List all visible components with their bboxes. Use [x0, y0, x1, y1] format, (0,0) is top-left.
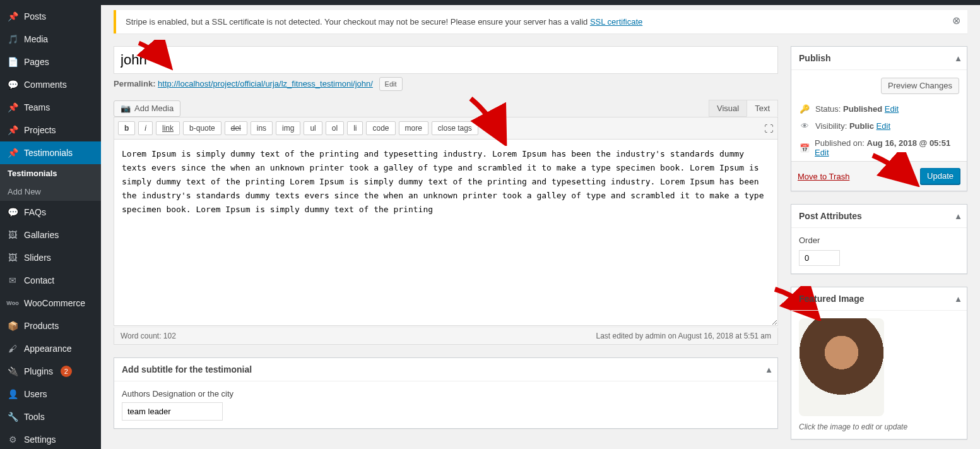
designation-input[interactable]	[122, 402, 223, 421]
sidebar-item-testimonials[interactable]: 📌Testimonials	[0, 141, 101, 164]
word-count: Word count: 102	[121, 332, 176, 340]
qt-link-button[interactable]: link	[156, 121, 180, 135]
qt-ins-button[interactable]: ins	[251, 121, 273, 135]
admin-toolbar	[0, 0, 980, 5]
sidebar-item-plugins[interactable]: 🔌Plugins2	[0, 360, 101, 383]
sidebar-item-pages[interactable]: 📄Pages	[0, 51, 101, 73]
mail-icon: ✉	[6, 274, 19, 287]
sidebar-sub-testimonials-all[interactable]: Testimonials	[0, 164, 101, 183]
qt-ul-button[interactable]: ul	[304, 121, 322, 135]
pin-icon: 📌	[6, 124, 19, 136]
qt-del-button[interactable]: del	[225, 121, 247, 135]
qt-closetags-button[interactable]: close tags	[432, 121, 478, 135]
sidebar-item-comments[interactable]: 💬Comments	[0, 73, 101, 96]
title-wrap	[114, 46, 778, 74]
sidebar-item-media[interactable]: 🎵Media	[0, 28, 101, 51]
distraction-free-icon[interactable]: ⛶	[764, 123, 774, 134]
slides-icon: 🖼	[6, 251, 19, 264]
move-to-trash-link[interactable]: Move to Trash	[798, 172, 849, 181]
add-media-button[interactable]: 📷Add Media	[114, 100, 180, 117]
sidebar-item-label: Projects	[24, 125, 56, 135]
wrench-icon: 🔧	[6, 410, 19, 423]
attrs-box-title[interactable]: Post Attributes▴	[791, 205, 967, 228]
plugins-update-badge: 2	[61, 366, 72, 377]
sidebar-item-teams[interactable]: 📌Teams	[0, 96, 101, 119]
sidebar-item-appearance[interactable]: 🖌Appearance	[0, 337, 101, 360]
ssl-warning-notice: Stripe is enabled, but a SSL certificate…	[114, 10, 967, 33]
sidebar-item-users[interactable]: 👤Users	[0, 383, 101, 405]
sidebar-sub-add-new[interactable]: Add New	[0, 183, 101, 201]
published-date-row: 📅Published on: Aug 16, 2018 @ 05:51 Edit	[799, 135, 959, 161]
permalink-url[interactable]: http://localhost/project/official/urja/l…	[158, 79, 373, 88]
update-button[interactable]: Update	[920, 168, 960, 184]
toggle-icon[interactable]: ▴	[956, 294, 960, 304]
woo-icon: Woo	[6, 297, 19, 309]
sidebar-item-tools[interactable]: 🔧Tools	[0, 405, 101, 428]
sidebar-item-gallaries[interactable]: 🖼Gallaries	[0, 224, 101, 246]
visibility-row: 👁Visibility: Public Edit	[799, 117, 959, 135]
sidebar-item-settings[interactable]: ⚙Settings	[0, 428, 101, 449]
add-media-label: Add Media	[134, 101, 174, 116]
sidebar-item-faqs[interactable]: 💬FAQs	[0, 201, 101, 224]
last-edited: Last edited by admin on August 16, 2018 …	[596, 332, 771, 340]
sidebar-item-projects[interactable]: 📌Projects	[0, 119, 101, 141]
qt-bold-button[interactable]: b	[118, 121, 135, 135]
tab-visual[interactable]: Visual	[709, 100, 747, 117]
edit-visibility-link[interactable]: Edit	[877, 121, 890, 131]
sidebar-item-label: Settings	[24, 434, 56, 445]
toggle-icon[interactable]: ▴	[956, 53, 960, 63]
sliders-icon: ⚙	[6, 433, 19, 446]
sidebar-item-label: Posts	[24, 11, 46, 21]
sidebar-item-posts[interactable]: 📌Posts	[0, 5, 101, 28]
qt-img-button[interactable]: img	[276, 121, 300, 135]
qt-more-button[interactable]: more	[399, 121, 428, 135]
edit-permalink-button[interactable]: Edit	[379, 77, 403, 91]
user-icon: 👤	[6, 388, 19, 400]
sidebar-item-label: Contact	[24, 275, 54, 285]
publish-box-title[interactable]: Publish▴	[791, 47, 967, 70]
sidebar-item-contact[interactable]: ✉Contact	[0, 269, 101, 292]
calendar-icon: 📅	[799, 143, 810, 153]
ssl-certificate-link[interactable]: SSL certificate	[590, 17, 642, 27]
page-icon: 📄	[6, 56, 19, 68]
qt-li-button[interactable]: li	[347, 121, 363, 135]
featured-box-title[interactable]: Featured Image▴	[791, 287, 967, 311]
sidebar-item-label: FAQs	[24, 207, 46, 217]
sidebar-item-label: Appearance	[24, 344, 72, 354]
featured-image-thumbnail[interactable]	[799, 318, 884, 416]
sidebar-item-label: Sliders	[24, 253, 51, 263]
toggle-icon[interactable]: ▴	[956, 211, 960, 221]
sidebar-item-woocommerce[interactable]: WooWooCommerce	[0, 292, 101, 314]
subtitle-box-title[interactable]: Add subtitle for the testimonial▴	[114, 358, 777, 381]
sidebar-item-label: Gallaries	[24, 230, 59, 240]
comment-icon: 💬	[6, 78, 19, 91]
publish-metabox: Publish▴ Preview Changes 🔑Status: Publis…	[791, 46, 967, 191]
sidebar-item-label: Comments	[24, 80, 67, 90]
sidebar-item-sliders[interactable]: 🖼Sliders	[0, 246, 101, 269]
menu-order-input[interactable]	[799, 250, 840, 266]
permalink-label: Permalink:	[114, 79, 158, 88]
subtitle-metabox: Add subtitle for the testimonial▴ Author…	[114, 357, 778, 429]
qt-bquote-button[interactable]: b-quote	[183, 121, 221, 135]
tab-text[interactable]: Text	[747, 100, 778, 117]
pin-icon: 📌	[6, 147, 19, 159]
qt-ol-button[interactable]: ol	[326, 121, 344, 135]
sidebar-item-products[interactable]: 📦Products	[0, 314, 101, 337]
notice-dismiss-icon[interactable]: ⊗	[950, 15, 962, 28]
qt-code-button[interactable]: code	[366, 121, 395, 135]
preview-changes-button[interactable]: Preview Changes	[881, 78, 959, 94]
editor-status-bar: Word count: 102 Last edited by admin on …	[114, 328, 778, 345]
toggle-icon[interactable]: ▴	[767, 364, 771, 374]
sidebar-item-label: WooCommerce	[24, 298, 85, 308]
edit-date-link[interactable]: Edit	[815, 148, 829, 157]
sidebar-item-label: Tools	[24, 412, 45, 422]
post-title-input[interactable]	[114, 46, 778, 74]
key-icon: 🔑	[799, 104, 810, 114]
post-content-textarea[interactable]: Lorem Ipsum is simply dummy text of the …	[114, 140, 778, 326]
product-icon: 📦	[6, 320, 19, 332]
featured-image-metabox: Featured Image▴ Click the image to edit …	[791, 287, 967, 440]
quicktags-toolbar: b i link b-quote del ins img ul ol li co…	[114, 117, 778, 140]
pin-icon: 📌	[6, 10, 19, 23]
qt-italic-button[interactable]: i	[138, 121, 153, 135]
edit-status-link[interactable]: Edit	[885, 104, 899, 114]
